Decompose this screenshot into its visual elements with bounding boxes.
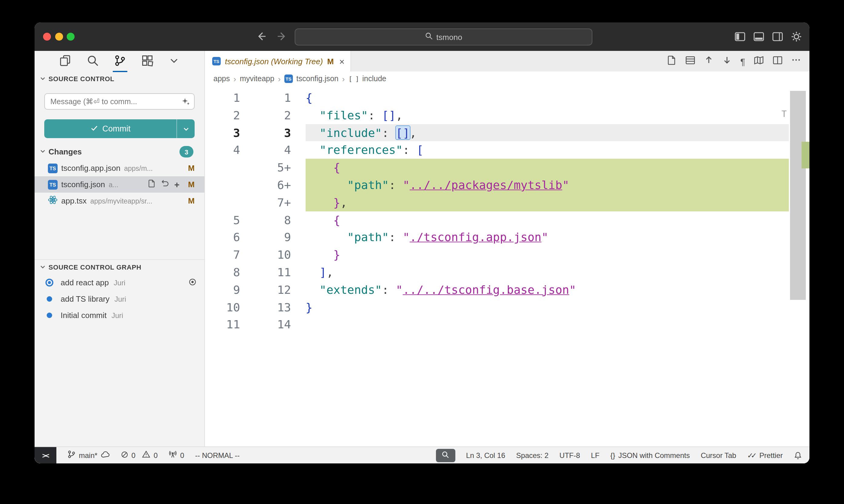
code-line[interactable]: 11{ [205,89,789,107]
code-text[interactable]: "references": [ [306,141,789,159]
line-number-modified: 7+ [240,194,291,211]
next-change-icon[interactable] [722,55,732,67]
breadcrumb-item-myviteapp[interactable]: myviteapp [240,74,274,83]
code-line[interactable]: 6+ "path": "../../packages/mytslib" [205,176,789,194]
code-text[interactable]: "path": "../../packages/mytslib" [306,176,789,194]
git-branch-status[interactable]: main* [67,450,109,461]
commit-row[interactable]: add TS library Juri [35,291,204,307]
navigate-forward-icon[interactable] [275,30,288,42]
more-actions-icon[interactable] [791,55,801,67]
code-line[interactable]: 912 "extends": "../../tsconfig.base.json… [205,281,789,299]
code-line[interactable]: 1114 [205,316,789,334]
commit-message: add TS library [61,294,109,304]
code-text[interactable]: "files": [], [306,107,789,124]
toggle-primary-sidebar-icon[interactable] [734,31,746,42]
source-control-section-header[interactable]: SOURCE CONTROL [35,71,204,86]
toggle-secondary-sidebar-icon[interactable] [772,31,783,42]
open-file-icon[interactable] [148,179,156,190]
notifications-bell-icon[interactable] [794,451,802,460]
cursor-position-status[interactable]: Ln 3, Col 16 [466,451,505,460]
commit-message-input[interactable] [44,93,195,110]
formatter-status[interactable]: ✓✓ Prettier [747,451,783,460]
zoom-indicator-button[interactable] [436,449,455,462]
command-center-search[interactable]: tsmono [295,29,592,46]
code-text[interactable]: ], [306,264,789,281]
line-number-modified: 2 [240,107,291,124]
code-text[interactable]: "include": [], [306,124,789,141]
activity-source-control-icon[interactable] [113,50,127,72]
code-line[interactable]: 69 "path": "./tsconfig.app.json" [205,229,789,246]
activity-more-views-icon[interactable] [168,50,181,72]
breadcrumb-item-file[interactable]: tsconfig.json [296,74,339,83]
zoom-window-button[interactable] [67,33,74,41]
checkout-target-icon[interactable] [188,277,197,288]
code-line[interactable]: 5+ { [205,159,789,176]
breadcrumb-item-symbol[interactable]: include [362,74,386,83]
changed-file-row[interactable]: app.tsx apps/myviteapp/sr... M [35,193,204,209]
navigate-back-icon[interactable] [256,30,268,42]
changes-section-header[interactable]: Changes 3 [35,144,204,160]
line-number-modified: 5+ [240,159,291,176]
search-icon [425,32,433,42]
eol-status[interactable]: LF [591,451,599,460]
split-editor-icon[interactable] [773,55,783,68]
code-text[interactable]: }, [306,194,789,211]
commit-button-label: Commit [102,124,131,133]
code-text[interactable] [306,316,789,334]
close-window-button[interactable] [43,33,51,41]
chevron-right-icon: › [234,74,236,83]
code-text[interactable]: "extends": "../../tsconfig.base.json" [306,281,789,299]
map-icon[interactable] [754,55,764,68]
code-text[interactable]: } [306,298,789,316]
cursor-tab-status[interactable]: Cursor Tab [701,451,736,460]
inline-view-toggle-icon[interactable] [685,55,695,68]
previous-change-icon[interactable] [704,55,713,67]
code-line[interactable]: 33 "include": [], [205,124,789,141]
activity-extensions-icon[interactable] [140,50,155,72]
code-text[interactable]: { [306,89,789,107]
encoding-status[interactable]: UTF-8 [559,451,580,460]
minimize-window-button[interactable] [55,33,63,41]
activity-explorer-icon[interactable] [58,50,72,72]
remote-indicator-button[interactable]: >< [35,447,56,463]
code-text[interactable]: "path": "./tsconfig.app.json" [306,229,789,246]
settings-gear-icon[interactable] [791,31,802,42]
toggle-panel-icon[interactable] [753,31,764,42]
commit-row[interactable]: Initial commit Juri [35,307,204,323]
changed-file-row-selected[interactable]: TS tsconfig.json a... + M [35,176,204,193]
close-tab-icon[interactable]: × [339,56,345,66]
code-line[interactable]: 710 } [205,246,789,264]
code-text[interactable]: { [306,159,789,176]
sparkle-generate-icon[interactable] [181,97,190,108]
scrollbar-thumb[interactable] [790,91,806,300]
commit-dot [47,296,52,302]
code-line[interactable]: 22 "files": [], [205,107,789,124]
code-line[interactable]: 58 { [205,211,789,229]
code-line[interactable]: 7+ }, [205,194,789,211]
open-changes-icon[interactable] [666,55,677,68]
line-number-original: 3 [205,124,240,141]
changed-file-row[interactable]: TS tsconfig.app.json apps/m... M [35,160,204,176]
whitespace-toggle-icon[interactable]: ¶ [740,56,745,66]
discard-changes-icon[interactable] [161,179,170,190]
code-line[interactable]: 44 "references": [ [205,141,789,159]
sidebar-source-control: SOURCE CONTROL Commit [35,51,205,447]
tab-tsconfig-working-tree[interactable]: TS tsconfig.json (Working Tree) M × [205,51,351,71]
commit-button[interactable]: Commit [44,119,195,138]
commit-dropdown-button[interactable] [176,119,195,138]
language-mode-status[interactable]: {} JSON with Comments [610,451,690,460]
code-text[interactable]: } [306,246,789,264]
code-text[interactable]: { [306,211,789,229]
commit-row[interactable]: add react app Juri [35,274,204,291]
indentation-status[interactable]: Spaces: 2 [516,451,549,460]
breadcrumb-item-apps[interactable]: apps [213,74,230,83]
activity-search-icon[interactable] [86,50,100,72]
file-name: tsconfig.app.json [61,164,120,173]
source-control-graph-header[interactable]: SOURCE CONTROL GRAPH [35,259,204,274]
ports-status[interactable]: 0 [169,450,184,461]
diff-editor[interactable]: 11{22 "files": [],33 "include": [],44 "r… [205,86,809,447]
code-line[interactable]: 1013} [205,298,789,316]
code-line[interactable]: 811 ], [205,264,789,281]
stage-changes-icon[interactable]: + [174,179,180,190]
problems-status[interactable]: 0 0 [120,450,158,461]
